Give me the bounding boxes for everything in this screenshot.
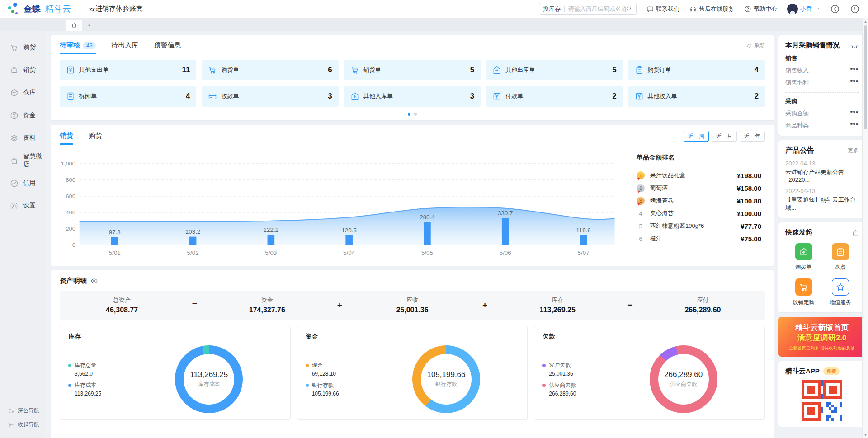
back-circle-button[interactable] <box>830 4 840 14</box>
pagination-dot-1[interactable] <box>408 113 410 116</box>
toplink-2[interactable]: 帮助中心 <box>744 5 777 13</box>
ranking-row[interactable]: 4夹心海苔¥100.00 <box>637 207 761 220</box>
todo-tab-预警信息[interactable]: 预警信息 <box>154 41 181 54</box>
sidebar-item-仓库[interactable]: 仓库 <box>0 81 45 104</box>
legend-entry: 供应商欠款266,289.60 <box>542 381 610 397</box>
workspace-title: 云进销存体验账套 <box>89 5 143 13</box>
todo-tab-待审核[interactable]: 待审核49 <box>60 41 96 54</box>
medal-icon: 1 <box>637 171 645 179</box>
vertical-scrollbar[interactable]: ▲ ▼ <box>862 18 868 438</box>
quick-action-调拨单[interactable]: 调拨单 <box>785 243 822 271</box>
donut-chart[interactable]: 266,289.60供应商欠款 <box>650 345 717 413</box>
donut-title: 欠款 <box>542 333 756 341</box>
home-tab[interactable] <box>66 20 82 31</box>
svg-text:400: 400 <box>66 210 75 216</box>
ranking-row[interactable]: 6橙汁¥75.00 <box>637 232 761 245</box>
ranking-row[interactable]: 2葡萄酒¥158.00 <box>637 182 761 194</box>
collapse-icon <box>8 422 14 428</box>
pagination-dot-2[interactable] <box>414 113 417 116</box>
search-icon[interactable] <box>626 5 632 12</box>
medal-icon: 2 <box>637 184 645 192</box>
pencil-icon[interactable] <box>852 229 859 236</box>
sidebar-footer-收起导航[interactable]: 收起导航 <box>0 418 45 432</box>
sidebar-item-销货[interactable]: 销货 <box>0 59 45 81</box>
legend-entry: 现金69,128.10 <box>306 362 373 377</box>
survey-banner[interactable]: 精斗云新版首页 满意度调研2.0 全新首页已到来 期待收到您的反馈 <box>778 317 865 357</box>
sales-tab-销货[interactable]: 销货 <box>60 132 73 145</box>
announcements-more-link[interactable]: 更多 <box>848 147 859 155</box>
eye-closed-icon[interactable] <box>850 42 859 50</box>
formula-item-资金: 资金174,327.76 <box>205 296 329 314</box>
sidebar-item-资金[interactable]: 资金 <box>0 104 45 127</box>
donut-chart[interactable]: 113,269.25库存成本 <box>175 345 243 413</box>
inventory-search[interactable]: 搜库存 <box>539 3 637 15</box>
quick-actions-card: 快速发起 调拨单盘点以销定购增值服务 <box>778 222 865 312</box>
todo-card-其他出库单[interactable]: 其他出库单5 <box>486 60 623 80</box>
quick-action-以销定购[interactable]: 以销定购 <box>785 278 822 306</box>
register-icon <box>10 66 19 75</box>
sidebar-item-label: 资金 <box>23 111 36 119</box>
masked-value: *** <box>850 109 859 118</box>
todo-card-其他收入单[interactable]: 其他收入单2 <box>628 86 765 107</box>
sidebar-footer-label: 收起导航 <box>18 421 39 429</box>
sidebar-item-购货[interactable]: 购货 <box>0 36 45 59</box>
ranking-title: 单品金额排名 <box>637 154 761 162</box>
sales-tab-购货[interactable]: 购货 <box>89 132 102 145</box>
sidebar-item-资料[interactable]: 资料 <box>0 127 45 149</box>
product-name: 烤海苔卷 <box>650 197 731 205</box>
chevron-icon <box>814 6 820 12</box>
range-button-近一年[interactable]: 近一年 <box>740 131 765 142</box>
scroll-down-arrow[interactable]: ▼ <box>863 432 868 438</box>
announcement-text: 【重要通知】精斗云工作台域... <box>785 196 859 212</box>
todo-card-label: 其他出库单 <box>505 66 535 74</box>
sidebar-item-智慧微店[interactable]: 智慧微店 <box>0 149 45 172</box>
todo-card-付款单[interactable]: 付款单2 <box>486 86 623 107</box>
product-name: 西红柿意粉酱190g*6 <box>650 222 735 230</box>
quick-action-label: 以销定购 <box>793 299 815 306</box>
svg-text:103.2: 103.2 <box>185 229 200 235</box>
range-button-近一月[interactable]: 近一月 <box>712 131 737 142</box>
svg-text:280.4: 280.4 <box>420 214 434 220</box>
announcement-item[interactable]: 2022-04-13【重要通知】精斗云工作台域... <box>785 188 859 212</box>
todo-card-count: 11 <box>182 66 190 75</box>
ranking-row[interactable]: 5西红柿意粉酱190g*6¥77.70 <box>637 220 761 232</box>
tab-dropdown-caret[interactable] <box>85 20 93 31</box>
eye-icon[interactable] <box>90 277 98 285</box>
sidebar-footer-深色导航[interactable]: 深色导航 <box>0 404 45 418</box>
ranking-row[interactable]: 1果汁饮品礼盒¥198.00 <box>637 169 761 182</box>
svg-text:5/01: 5/01 <box>109 250 121 256</box>
todo-card-收款单[interactable]: 收款单3 <box>202 86 338 107</box>
topbar: 金蝶精斗云 云进销存体验账套 搜库存 联系我们售后在线服务帮助中心 小乔 <box>0 0 868 18</box>
todo-card-购货订单[interactable]: 购货订单4 <box>628 60 765 80</box>
quick-action-增值服务[interactable]: 增值服务 <box>822 278 859 306</box>
scroll-up-arrow[interactable]: ▲ <box>863 18 868 24</box>
ranking-row[interactable]: 3烤海苔卷¥100.80 <box>637 194 761 207</box>
layers-icon <box>10 134 19 142</box>
todo-card-label: 付款单 <box>505 92 523 100</box>
toplink-1[interactable]: 售后在线服务 <box>689 5 734 13</box>
power-button[interactable] <box>850 4 860 14</box>
todo-card-count: 5 <box>470 66 474 75</box>
donut-chart[interactable]: 105,199.66银行存款 <box>412 345 480 413</box>
announcement-item[interactable]: 2022-04-13云进销存产品更新公告_20220... <box>785 160 859 183</box>
user-menu[interactable]: 小乔 <box>787 4 820 14</box>
donut-card-资金: 资金现金69,128.10银行存款105,199.66105,199.66银行存… <box>297 326 528 420</box>
refresh-button[interactable]: 刷新 <box>746 42 765 53</box>
todo-card-销货单[interactable]: 销货单5 <box>344 60 481 80</box>
range-button-近一周[interactable]: 近一周 <box>684 131 709 142</box>
scrollbar-thumb[interactable] <box>864 25 867 129</box>
right-rail: 本月采购销售情况 销售销售收入***销售毛利***采购采购金额***商品种类**… <box>778 31 868 438</box>
todo-card-拆卸单[interactable]: 拆卸单4 <box>60 86 196 107</box>
toplink-0[interactable]: 联系我们 <box>646 5 679 13</box>
sidebar-item-信用[interactable]: 信用 <box>0 172 45 194</box>
search-scope-label[interactable]: 搜库存 <box>543 5 561 13</box>
todo-tab-待出入库[interactable]: 待出入库 <box>111 41 138 54</box>
sidebar-item-设置[interactable]: 设置 <box>0 194 45 217</box>
todo-card-购货单[interactable]: 购货单6 <box>202 60 338 80</box>
todo-card-其他支出单[interactable]: 其他支出单11 <box>60 60 196 80</box>
app-logo[interactable]: 金蝶精斗云 <box>8 3 76 15</box>
quick-action-盘点[interactable]: 盘点 <box>822 243 859 271</box>
search-input[interactable] <box>568 5 626 12</box>
todo-card-其他入库单[interactable]: 其他入库单3 <box>344 86 481 107</box>
cart-icon <box>208 66 217 75</box>
